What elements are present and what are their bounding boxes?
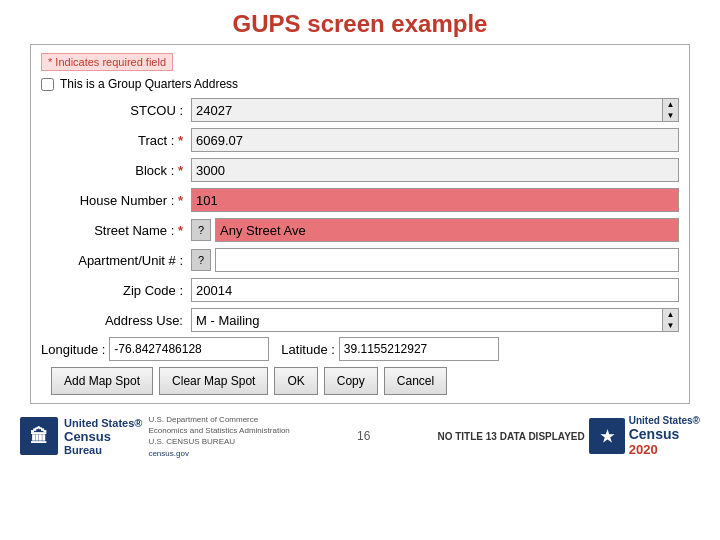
address-use-up-arrow: ▲ bbox=[663, 309, 678, 320]
apartment-input[interactable] bbox=[215, 248, 679, 272]
block-row: Block : * bbox=[41, 157, 679, 183]
stcou-input[interactable] bbox=[191, 98, 663, 122]
apartment-label: Apartment/Unit # : bbox=[41, 253, 191, 268]
address-use-select-wrapper: M - Mailing R - Residential ▲ ▼ bbox=[191, 308, 679, 332]
stcou-arrows: ▲ ▼ bbox=[663, 98, 679, 122]
page-title: GUPS screen example bbox=[0, 0, 720, 44]
footer-left: 🏛 United States® Census Bureau U.S. Depa… bbox=[20, 414, 290, 459]
add-map-spot-button[interactable]: Add Map Spot bbox=[51, 367, 153, 395]
street-name-help-button[interactable]: ? bbox=[191, 219, 211, 241]
census-2020-flag-icon: ★ bbox=[589, 418, 625, 454]
address-use-select[interactable]: M - Mailing R - Residential bbox=[191, 308, 663, 332]
stcou-down-arrow[interactable]: ▼ bbox=[663, 110, 678, 121]
group-quarters-label: This is a Group Quarters Address bbox=[60, 77, 238, 91]
zip-code-row: Zip Code : bbox=[41, 277, 679, 303]
street-name-row: Street Name : * ? bbox=[41, 217, 679, 243]
stcou-label: STCOU : bbox=[41, 103, 191, 118]
address-use-row: Address Use: M - Mailing R - Residential… bbox=[41, 307, 679, 333]
tract-row: Tract : * bbox=[41, 127, 679, 153]
footer: 🏛 United States® Census Bureau U.S. Depa… bbox=[0, 408, 720, 465]
block-label: Block : * bbox=[41, 163, 191, 178]
zip-code-input[interactable] bbox=[191, 278, 679, 302]
action-buttons-row: Add Map Spot Clear Map Spot OK Copy Canc… bbox=[41, 367, 679, 395]
house-number-row: House Number : * bbox=[41, 187, 679, 213]
stcou-row: STCOU : ▲ ▼ bbox=[41, 97, 679, 123]
latitude-input[interactable] bbox=[339, 337, 499, 361]
form-container: * Indicates required field This is a Gro… bbox=[30, 44, 690, 404]
census-bureau-info: United States® Census Bureau bbox=[64, 417, 142, 456]
address-use-arrows: ▲ ▼ bbox=[663, 308, 679, 332]
us-flag-icon: 🏛 bbox=[20, 417, 58, 455]
house-number-input[interactable] bbox=[191, 188, 679, 212]
lat-long-row: Longitude : Latitude : bbox=[41, 337, 679, 361]
address-use-down-arrow: ▼ bbox=[663, 320, 678, 331]
house-number-label: House Number : * bbox=[41, 193, 191, 208]
dept-info: U.S. Department of Commerce Economics an… bbox=[148, 414, 289, 459]
longitude-label: Longitude : bbox=[41, 342, 109, 357]
tract-label: Tract : * bbox=[41, 133, 191, 148]
longitude-input[interactable] bbox=[109, 337, 269, 361]
stcou-up-arrow[interactable]: ▲ bbox=[663, 99, 678, 110]
group-quarters-row: This is a Group Quarters Address bbox=[41, 77, 679, 91]
street-name-input[interactable] bbox=[215, 218, 679, 242]
street-name-label: Street Name : * bbox=[41, 223, 191, 238]
apartment-row: Apartment/Unit # : ? bbox=[41, 247, 679, 273]
apartment-help-button[interactable]: ? bbox=[191, 249, 211, 271]
footer-right: NO TITLE 13 DATA DISPLAYED ★ United Stat… bbox=[437, 415, 700, 457]
copy-button[interactable]: Copy bbox=[324, 367, 378, 395]
latitude-label: Latitude : bbox=[281, 342, 339, 357]
no-title-notice: NO TITLE 13 DATA DISPLAYED bbox=[437, 431, 584, 442]
tract-input[interactable] bbox=[191, 128, 679, 152]
svg-text:★: ★ bbox=[600, 428, 615, 445]
ok-button[interactable]: OK bbox=[274, 367, 317, 395]
zip-code-label: Zip Code : bbox=[41, 283, 191, 298]
page-number: 16 bbox=[357, 429, 370, 443]
svg-text:🏛: 🏛 bbox=[30, 426, 48, 447]
address-use-label: Address Use: bbox=[41, 313, 191, 328]
cancel-button[interactable]: Cancel bbox=[384, 367, 447, 395]
stcou-spinbox: ▲ ▼ bbox=[191, 98, 679, 122]
clear-map-spot-button[interactable]: Clear Map Spot bbox=[159, 367, 268, 395]
required-note: * Indicates required field bbox=[41, 53, 173, 71]
group-quarters-checkbox[interactable] bbox=[41, 78, 54, 91]
block-input[interactable] bbox=[191, 158, 679, 182]
census-2020-block: ★ United States® Census 2020 bbox=[589, 415, 700, 457]
